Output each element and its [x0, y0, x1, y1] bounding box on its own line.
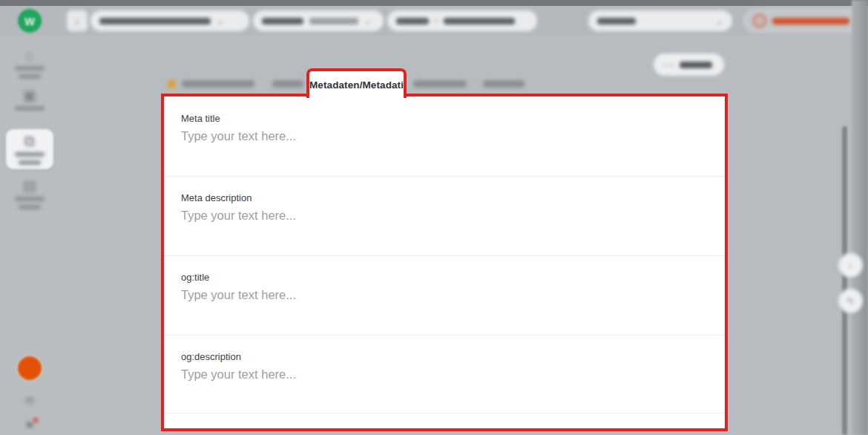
tab-metadata-label: Metadaten/Metadati	[309, 79, 404, 91]
search-input-value	[597, 18, 636, 24]
language-dropdown[interactable]: ⌄	[253, 10, 384, 31]
field-group-meta-description: Meta description Type your text here...	[164, 176, 725, 256]
meta-description-label: Meta description	[181, 192, 251, 203]
mini-icon-2[interactable]: ⚑	[23, 419, 36, 433]
mini-icon-1[interactable]: ✉	[23, 394, 36, 408]
og-title-label: og:title	[181, 272, 209, 283]
chevron-down-icon: ⌄	[364, 16, 372, 25]
nav-icon-1: ⌂	[25, 48, 34, 62]
sidebar-item-4[interactable]: ▤	[10, 178, 49, 209]
language-dropdown-label	[262, 18, 303, 24]
user-avatar[interactable]	[18, 356, 42, 380]
floating-edit-button[interactable]: ✎	[838, 289, 863, 313]
back-button[interactable]: ‹	[67, 10, 88, 31]
sidebar-item-3[interactable]: ⧉	[10, 134, 49, 165]
actions-icon: ⋯	[662, 58, 674, 72]
tab-content[interactable]	[272, 73, 303, 95]
tab-social-media[interactable]	[413, 73, 467, 95]
language-dropdown-value	[309, 18, 358, 24]
sidebar-item-4-label2	[19, 205, 41, 209]
chevron-down-icon: ⌄	[217, 16, 224, 25]
scrollbar-thumb[interactable]	[842, 126, 847, 435]
chevron-left-icon: ‹	[849, 260, 852, 271]
field-group-meta-title: Meta title Type your text here...	[164, 97, 725, 177]
pencil-icon: ✎	[846, 295, 855, 307]
meta-description-input[interactable]: Type your text here...	[181, 209, 700, 223]
sidebar-item-2[interactable]: ▣	[10, 88, 49, 111]
og-description-label: og:description	[181, 351, 241, 362]
meta-title-input[interactable]: Type your text here...	[181, 129, 700, 143]
chevron-down-icon: ⌄	[716, 16, 723, 25]
logo-glyph-icon: W	[24, 15, 35, 27]
tab-general[interactable]	[168, 73, 254, 95]
help-icon: !	[753, 14, 766, 27]
content-dropdown[interactable]: ›	[387, 10, 537, 31]
og-description-input[interactable]: Type your text here...	[181, 367, 700, 382]
back-icon: ‹	[76, 15, 79, 27]
weglot-logo-icon[interactable]: W	[18, 9, 42, 33]
floating-collapse-button[interactable]: ‹	[838, 253, 863, 278]
tab-general-label	[182, 80, 254, 88]
tab-metadata-active[interactable]: Metadaten/Metadati	[306, 68, 407, 98]
tab-social-media-label	[413, 80, 467, 88]
window-right-edge	[852, 0, 868, 435]
og-title-input[interactable]: Type your text here...	[181, 288, 700, 302]
content-dropdown-value	[444, 18, 515, 24]
project-dropdown[interactable]: ⌄	[91, 10, 249, 31]
chevron-right-icon: ›	[435, 16, 438, 25]
sidebar-item-1[interactable]: ⌂	[10, 48, 49, 79]
project-dropdown-value	[99, 18, 211, 24]
content-dropdown-label	[396, 18, 429, 24]
meta-title-label: Meta title	[181, 113, 220, 124]
actions-button[interactable]: ⋯	[654, 53, 724, 76]
field-group-og-description: og:description Type your text here...	[164, 335, 725, 413]
window-top-edge	[0, 0, 868, 6]
nav-icon-2: ▣	[23, 88, 37, 102]
support-button-label	[772, 18, 849, 24]
sidebar-item-2-label	[15, 106, 45, 111]
notification-dot	[33, 418, 38, 422]
tab-alt-tag[interactable]	[483, 73, 525, 95]
nav-icon-4: ▤	[23, 178, 37, 193]
warning-icon	[168, 80, 176, 88]
tab-alt-tag-label	[483, 80, 525, 88]
search-input[interactable]: ⌄	[588, 10, 732, 31]
support-button[interactable]: !	[743, 9, 865, 33]
field-group-og-title: og:title Type your text here...	[164, 255, 725, 336]
metadata-panel: Meta title Type your text here... Meta d…	[161, 94, 728, 431]
app-window: W ‹ ⌄ ⌄ › ⌄ ! ⌂ ▣ ⧉	[0, 0, 868, 435]
sidebar-item-3-label2	[19, 160, 41, 165]
nav-icon-3: ⧉	[24, 134, 35, 148]
tab-content-label	[272, 80, 303, 88]
sidebar-item-1-label2	[19, 74, 41, 79]
envelope-icon: ✉	[25, 394, 35, 407]
actions-button-label	[680, 62, 712, 68]
sidebar-item-1-label	[15, 66, 45, 71]
sidebar-item-4-label	[15, 197, 45, 201]
sidebar-item-3-label	[15, 152, 45, 157]
